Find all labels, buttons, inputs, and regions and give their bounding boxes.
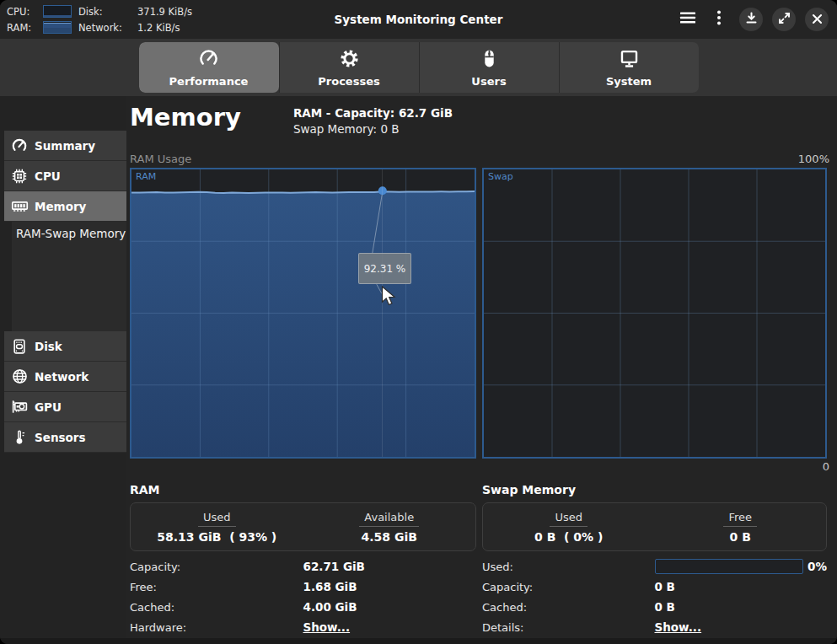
close-icon (812, 12, 823, 28)
tab-label: Users (471, 75, 506, 88)
charts-row: RAM 92.31 % Swap (130, 168, 829, 459)
row-label: Hardware: (130, 621, 303, 634)
cpu-chip-icon (10, 167, 29, 185)
ram-section-title: RAM (130, 483, 476, 501)
tab-label: System (606, 75, 652, 88)
gauge-icon (198, 48, 219, 72)
ram-section: RAM Used 58.13 GiB ( 93% ) Available 4.5… (130, 483, 476, 637)
tab-label: Processes (318, 75, 379, 88)
row-label: Details: (482, 621, 655, 634)
tooltip-value: 92.31 % (364, 263, 406, 275)
table-row: Hardware: Show... (130, 617, 476, 637)
hover-crosshair-line (382, 169, 383, 457)
ram-usage-chart[interactable]: RAM 92.31 % (130, 168, 476, 459)
sidebar: Summary CPU Memory RAM-Swap Memory (0, 96, 126, 638)
thermometer-icon (10, 428, 29, 447)
sidebar-item-label: CPU (35, 169, 61, 183)
expand-arrows-icon (778, 12, 791, 28)
tab-label: Performance (169, 75, 249, 88)
ram-available-cell: Available 4.58 GiB (303, 503, 476, 550)
gpu-card-icon (10, 398, 29, 416)
swap-used-value: 0 B ( 0% ) (534, 530, 603, 544)
maximize-button[interactable] (772, 8, 796, 31)
row-label: Capacity: (482, 581, 655, 593)
close-button[interactable] (805, 8, 829, 31)
swap-capacity-summary: Swap Memory: 0 B (293, 121, 453, 137)
y-axis-min-label: 0 (130, 460, 829, 474)
sidebar-item-sensors[interactable]: Sensors (4, 422, 126, 453)
ram-capacity-summary: RAM - Capacity: 62.7 GiB (293, 105, 453, 121)
swap-used-header: Used (550, 511, 588, 527)
tab-system[interactable]: System (559, 42, 699, 93)
row-value: 0 B (655, 600, 828, 614)
body: Summary CPU Memory RAM-Swap Memory (0, 96, 837, 638)
sidebar-item-network[interactable]: Network (4, 362, 126, 392)
header-bar: CPU: Disk: 371.9 KiB/s RAM: Network: 1.2… (0, 0, 837, 39)
swap-section-title: Swap Memory (482, 483, 827, 501)
sidebar-item-summary[interactable]: Summary (4, 131, 126, 161)
hard-disk-icon (10, 337, 29, 356)
chart-header: RAM Usage 100% (130, 148, 829, 165)
tab-users[interactable]: Users (419, 42, 559, 93)
page-header: Memory RAM - Capacity: 62.7 GiB Swap Mem… (130, 103, 829, 145)
swap-used-progress-bar (655, 559, 803, 574)
sidebar-item-memory[interactable]: Memory (4, 191, 126, 222)
row-value: 1.68 GiB (303, 580, 477, 593)
table-row: Capacity: 62.71 GiB (130, 556, 476, 577)
header-mini-stats: CPU: Disk: 371.9 KiB/s RAM: Network: 1.2… (7, 4, 192, 35)
row-value: 62.71 GiB (303, 560, 477, 573)
row-value: 0 B (655, 580, 828, 593)
row-label: Cached: (482, 601, 655, 614)
sidebar-item-label: Disk (35, 340, 62, 353)
sidebar-item-ram-swap-memory[interactable]: RAM-Swap Memory (12, 222, 126, 244)
ram-available-header: Available (359, 511, 419, 527)
swap-free-header: Free (723, 511, 757, 527)
tab-processes[interactable]: Processes (279, 42, 419, 93)
download-button[interactable] (739, 8, 763, 31)
sidebar-item-label: Network (35, 370, 89, 384)
table-row: Free: 1.68 GiB (130, 577, 476, 597)
chart-tooltip: 92.31 % (358, 253, 411, 284)
sidebar-sub-panel: RAM-Swap Memory (12, 222, 126, 331)
tab-performance[interactable]: Performance (139, 42, 279, 93)
y-axis-max-label: 100% (798, 153, 829, 165)
sidebar-item-disk[interactable]: Disk (4, 331, 126, 362)
row-label: Cached: (130, 601, 303, 614)
sidebar-item-cpu[interactable]: CPU (4, 161, 126, 191)
sidebar-item-label: Summary (35, 139, 95, 153)
hamburger-icon (679, 8, 697, 30)
main-menu-button[interactable] (677, 8, 699, 30)
cpu-mini-label: CPU: (7, 6, 36, 18)
ram-mini-graph (43, 21, 72, 34)
swap-used-cell: Used 0 B ( 0% ) (483, 503, 655, 550)
ram-summary-box: Used 58.13 GiB ( 93% ) Available 4.58 Gi… (130, 502, 476, 551)
monitor-icon (619, 48, 640, 72)
table-row: Cached: 4.00 GiB (130, 597, 476, 617)
ram-chart-label: RAM (136, 171, 156, 182)
swap-section: Swap Memory Used 0 B ( 0% ) Free 0 B (482, 483, 827, 637)
swap-free-cell: Free 0 B (655, 503, 827, 550)
chart-title: RAM Usage (130, 153, 191, 165)
table-row: Details: Show... (482, 617, 827, 637)
app-window: CPU: Disk: 371.9 KiB/s RAM: Network: 1.2… (0, 0, 837, 644)
table-row: Used: 0% (482, 556, 827, 577)
row-label: Capacity: (130, 561, 303, 573)
disk-mini-label: Disk: (78, 6, 131, 18)
swap-usage-chart[interactable]: Swap (482, 168, 827, 459)
sidebar-item-gpu[interactable]: GPU (4, 392, 126, 422)
options-menu-button[interactable] (708, 8, 730, 30)
details-show-link[interactable]: Show... (655, 620, 828, 634)
cpu-mini-graph (43, 5, 72, 18)
row-label: Free: (130, 581, 303, 593)
tab-strip: Performance Processes Users System (0, 39, 837, 96)
hardware-show-link[interactable]: Show... (303, 620, 477, 634)
ram-mini-label: RAM: (7, 22, 36, 34)
network-mini-value: 1.2 KiB/s (137, 22, 192, 34)
ram-detail-rows: Capacity: 62.71 GiB Free: 1.68 GiB Cache… (130, 556, 476, 637)
swap-free-value: 0 B (730, 530, 751, 544)
sidebar-item-label: Sensors (35, 431, 86, 444)
row-label: Used: (482, 561, 655, 573)
mouse-cursor-icon (381, 286, 396, 311)
swap-chart-label: Swap (488, 171, 513, 182)
table-row: Capacity: 0 B (482, 577, 827, 597)
